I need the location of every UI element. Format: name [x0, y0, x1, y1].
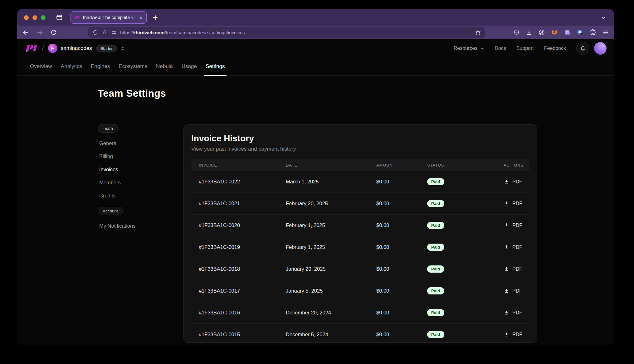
table-row: #1F33BA1C-0019February 1, 2025$0.00PaidP…	[191, 236, 529, 258]
download-pdf-button[interactable]: PDF	[504, 332, 531, 337]
new-tab-button[interactable]: +	[153, 13, 158, 22]
tab-list-chevron-icon[interactable]	[600, 14, 607, 21]
browser-window: thirdweb: The complete web3 d × +	[17, 9, 614, 345]
back-icon[interactable]	[22, 29, 29, 36]
phantom-ghost-icon[interactable]	[564, 29, 571, 36]
download-pdf-button[interactable]: PDF	[504, 310, 531, 316]
bookmark-star-icon[interactable]	[475, 29, 481, 36]
invoice-date-cell: December 5, 2024	[286, 332, 376, 337]
page-hero: Team Settings	[17, 76, 614, 111]
traffic-light-3[interactable]	[41, 15, 46, 20]
thirdweb-logo[interactable]	[25, 44, 38, 53]
download-pdf-icon	[504, 266, 510, 272]
download-pdf-button[interactable]: PDF	[504, 244, 531, 250]
header-link-support[interactable]: Support	[516, 46, 534, 51]
invoice-status-cell: Paid	[427, 265, 504, 273]
invoice-id-cell: #1F33BA1C-0016	[191, 310, 286, 316]
thirdweb-page: / saminacodes Starter	[17, 39, 614, 345]
table-row: #1F33BA1C-0018January 20, 2025$0.00PaidP…	[191, 258, 529, 280]
invoice-status-cell: Paid	[427, 331, 504, 338]
invoice-actions-cell: PDF	[504, 244, 531, 250]
invoice-id-cell: #1F33BA1C-0022	[191, 179, 286, 185]
table-row: #1F33BA1C-0015December 5, 2024$0.00PaidP…	[191, 324, 529, 343]
download-pdf-button[interactable]: PDF	[504, 222, 531, 228]
traffic-light-1[interactable]	[24, 15, 29, 20]
password-manager-icon[interactable]	[577, 29, 583, 36]
invoice-actions-cell: PDF	[504, 266, 531, 272]
header-link-label: Feedback	[544, 46, 566, 51]
metamask-fox-icon[interactable]	[551, 29, 558, 36]
pdf-button-label: PDF	[512, 245, 522, 250]
app-header: / saminacodes Starter	[17, 39, 614, 57]
status-badge-paid: Paid	[427, 265, 444, 273]
lock-icon[interactable]	[102, 30, 107, 35]
dashboard-tab-nav: OverviewAnalyticsEnginesEcosystemsNebula…	[17, 57, 614, 76]
forward-icon[interactable]	[36, 29, 43, 36]
invoice-status-cell: Paid	[427, 287, 504, 294]
team-avatar[interactable]	[48, 44, 57, 53]
column-header-date: DATE	[286, 163, 376, 167]
pocket-icon[interactable]	[513, 29, 520, 36]
column-header-actions: ACTIONS	[504, 163, 532, 167]
tab-engines[interactable]: Engines	[87, 57, 113, 75]
sidebar-item-general[interactable]: General	[98, 137, 174, 150]
invoice-amount-cell: $0.00	[376, 222, 427, 228]
menu-hamburger-icon[interactable]	[602, 29, 609, 36]
tracking-shield-icon[interactable]	[92, 30, 98, 36]
extensions-puzzle-icon[interactable]	[589, 29, 596, 36]
pdf-button-label: PDF	[512, 201, 522, 206]
sidebar-item-credits[interactable]: Credits	[98, 189, 174, 202]
header-link-resources[interactable]: Resources	[454, 46, 484, 51]
team-name[interactable]: saminacodes	[61, 45, 92, 51]
header-link-feedback[interactable]: Feedback	[544, 46, 566, 51]
download-pdf-button[interactable]: PDF	[504, 288, 531, 294]
account-icon[interactable]	[538, 29, 545, 36]
chevron-down-icon	[480, 46, 484, 51]
screen: thirdweb: The complete web3 d × +	[0, 0, 634, 364]
pdf-button-label: PDF	[512, 266, 522, 272]
sidebar-item-invoices[interactable]: Invoices	[98, 163, 174, 176]
permissions-icon[interactable]	[111, 30, 117, 36]
tab-title: thirdweb: The complete web3 d	[83, 15, 136, 20]
pdf-button-label: PDF	[512, 288, 522, 294]
invoice-actions-cell: PDF	[504, 288, 531, 294]
firefox-view-icon[interactable]	[56, 14, 63, 21]
invoice-status-cell: Paid	[427, 200, 504, 207]
column-header-amount: AMOUNT	[376, 163, 427, 167]
pdf-button-label: PDF	[512, 179, 522, 185]
tab-overview[interactable]: Overview	[27, 57, 56, 75]
tab-settings[interactable]: Settings	[202, 57, 228, 75]
table-row: #1F33BA1C-0022March 1, 2025$0.00PaidPDF	[191, 171, 529, 193]
traffic-light-2[interactable]	[32, 15, 37, 20]
user-avatar[interactable]	[594, 42, 607, 55]
download-icon[interactable]	[526, 29, 532, 36]
table-row: #1F33BA1C-0020February 1, 2025$0.00PaidP…	[191, 215, 529, 236]
header-link-docs[interactable]: Docs	[495, 46, 506, 51]
tab-nebula[interactable]: Nebula	[153, 57, 176, 75]
invoice-date-cell: February 20, 2025	[286, 201, 376, 206]
page-title: Team Settings	[98, 88, 166, 99]
tab-usage[interactable]: Usage	[178, 57, 200, 75]
notifications-bell-button[interactable]	[576, 42, 589, 55]
reload-icon[interactable]	[50, 29, 57, 36]
sidebar-item-billing[interactable]: Billing	[98, 150, 174, 163]
sidebar-item-members[interactable]: Members	[98, 176, 174, 189]
tab-analytics[interactable]: Analytics	[57, 57, 85, 75]
download-pdf-icon	[504, 288, 510, 294]
download-pdf-icon	[504, 222, 510, 228]
url-text: https://thirdweb.com/team/saminacodes/~/…	[120, 30, 245, 35]
team-switcher-chevrons-icon[interactable]	[120, 46, 125, 51]
tab-close-icon[interactable]: ×	[139, 15, 143, 21]
invoice-actions-cell: PDF	[504, 332, 531, 337]
browser-toolbar: https://thirdweb.com/team/saminacodes/~/…	[17, 26, 614, 39]
invoice-amount-cell: $0.00	[376, 332, 427, 337]
tab-ecosystems[interactable]: Ecosystems	[115, 57, 151, 75]
download-pdf-button[interactable]: PDF	[504, 266, 531, 272]
download-pdf-button[interactable]: PDF	[504, 179, 531, 185]
header-link-label: Docs	[495, 46, 506, 51]
download-pdf-icon	[504, 310, 510, 316]
url-bar[interactable]: https://thirdweb.com/team/saminacodes/~/…	[88, 27, 485, 38]
browser-tab-active[interactable]: thirdweb: The complete web3 d ×	[71, 11, 147, 24]
download-pdf-button[interactable]: PDF	[504, 201, 531, 206]
sidebar-item-my-notifications[interactable]: My Notifications	[98, 219, 174, 232]
